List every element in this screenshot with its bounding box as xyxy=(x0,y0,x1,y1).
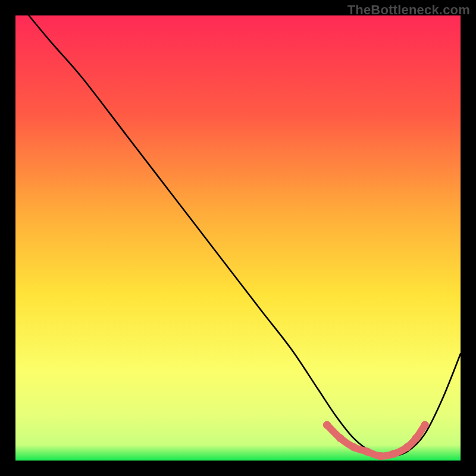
gradient-rect xyxy=(15,15,461,461)
watermark-text: TheBottleneck.com xyxy=(347,2,470,18)
plot-area xyxy=(15,15,461,461)
chart-frame: TheBottleneck.com xyxy=(0,0,476,476)
background-gradient xyxy=(15,15,461,461)
